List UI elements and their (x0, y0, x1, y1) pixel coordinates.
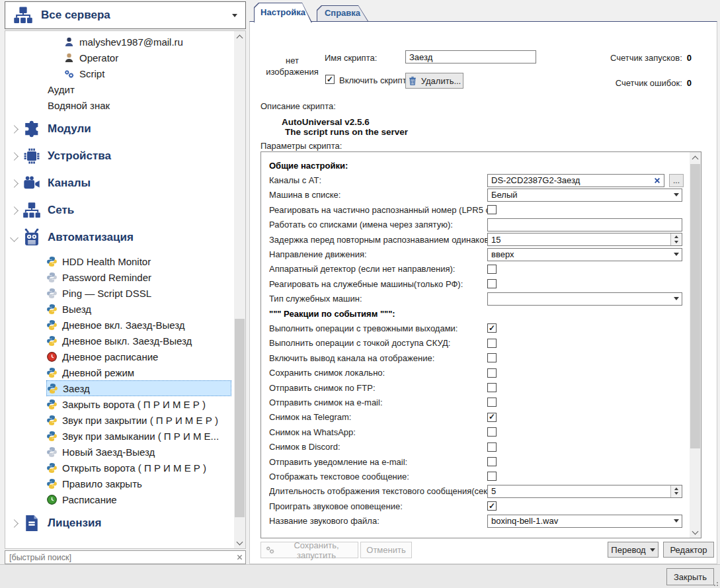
param-checkbox[interactable] (487, 398, 497, 407)
tree-item-Operator[interactable]: Operator (63, 50, 231, 65)
tree-item-Ping — Script DSSL[interactable]: Ping — Script DSSL (46, 285, 231, 301)
tree-item-Password Reminder[interactable]: Password Reminder (46, 269, 231, 285)
script-name-input[interactable] (405, 50, 536, 63)
tree-item-malyshev1987@mail.ru[interactable]: malyshev1987@mail.ru (63, 34, 231, 50)
delete-button[interactable]: Удалить... (405, 73, 463, 89)
tree-group-Автоматизация[interactable]: Автоматизация (5, 226, 234, 249)
params-scrollbar[interactable] (690, 152, 701, 538)
param-checkbox[interactable] (487, 353, 497, 362)
tree-item-Закрыть ворота ( П Р И М Е Р )[interactable]: Закрыть ворота ( П Р И М Е Р ) (46, 396, 231, 412)
chevron-right-icon[interactable] (5, 153, 22, 159)
param-checkbox[interactable] (487, 339, 497, 348)
browse-channels-button[interactable]: ... (669, 174, 684, 187)
tree-item-Script[interactable]: Script (63, 65, 231, 81)
param-checkbox[interactable]: ✓ (487, 323, 497, 333)
param-checkbox[interactable]: ✓ (487, 501, 497, 511)
clear-search-icon[interactable] (233, 554, 245, 560)
chevron-right-icon[interactable] (5, 208, 22, 214)
param-checkbox[interactable] (487, 279, 497, 288)
param-text-input[interactable] (487, 218, 682, 231)
close-button[interactable]: Закрыть (666, 568, 714, 585)
chevron-right-icon[interactable] (5, 521, 22, 526)
param-checkbox[interactable] (487, 383, 497, 392)
tree-group-Модули[interactable]: Модули (5, 118, 234, 140)
enable-script-checkbox[interactable]: ✓ (325, 75, 335, 84)
chevron-right-icon[interactable] (5, 181, 22, 187)
param-label: Тип служебных машин: (269, 294, 487, 304)
tree-group-Лицензия[interactable]: Лицензия (5, 512, 234, 534)
tree-item-Дневной режим[interactable]: Дневной режим (46, 364, 231, 380)
tab-help[interactable]: Справка (317, 5, 368, 21)
scroll-down-icon[interactable] (234, 537, 245, 548)
spin-down-icon[interactable] (674, 241, 678, 243)
tree-item-Расписание[interactable]: Расписание (46, 491, 231, 507)
param-channel-input[interactable]: DS-2CD2387G2-Заезд (487, 174, 664, 187)
tree-group-Сеть[interactable]: Сеть (5, 199, 234, 222)
tree-item-Правило закрыть[interactable]: Правило закрыть (46, 476, 231, 491)
param-select[interactable] (487, 292, 682, 306)
spin-down-icon[interactable] (674, 492, 678, 495)
param-checkbox[interactable] (487, 472, 497, 481)
tree-item-Дневное расписание[interactable]: Дневное расписание (46, 349, 231, 364)
translate-button[interactable]: Перевод (608, 542, 659, 558)
param-selected-value: boxinq-bell-1.wav (491, 516, 674, 526)
tree-item-Выезд[interactable]: Выезд (46, 301, 231, 317)
tree-group-Каналы[interactable]: Каналы (5, 172, 234, 194)
tree-item-Звук при замыкании ( П Р И М Е...[interactable]: Звук при замыкании ( П Р И М Е... (46, 428, 231, 444)
spinner-buttons[interactable] (670, 233, 681, 245)
tab-settings[interactable]: Настройка (254, 3, 312, 22)
cancel-button[interactable]: Отменить (360, 542, 412, 558)
spin-up-icon[interactable] (674, 235, 678, 238)
param-checkbox[interactable] (487, 368, 497, 378)
param-select[interactable]: boxinq-bell-1.wav (487, 515, 682, 528)
param-label: Выполнить операции с тревожными выходами… (269, 323, 487, 333)
param-select[interactable]: вверх (487, 248, 682, 261)
spinner-buttons[interactable] (670, 485, 681, 497)
tree-item-Дневное выкл. Заезд-Выезд[interactable]: Дневное выкл. Заезд-Выезд (46, 333, 231, 349)
servers-network-icon (13, 5, 33, 25)
chevron-down-icon[interactable] (5, 235, 22, 241)
params-box: Общие настройки:Каналы с АТ:DS-2CD2387G2… (260, 151, 701, 538)
param-select[interactable]: Белый (487, 189, 682, 202)
spin-up-icon[interactable] (674, 487, 678, 490)
param-row: Реагировать на служебные машины(только Р… (269, 276, 685, 291)
scroll-up-icon[interactable] (690, 152, 701, 163)
param-spinner-input[interactable]: 5 (487, 485, 682, 498)
param-checkbox[interactable] (487, 442, 497, 452)
scroll-up-icon[interactable] (234, 31, 245, 42)
cancel-label: Отменить (366, 545, 405, 555)
save-run-button[interactable]: Сохранить, запустить (260, 542, 358, 558)
param-section-header: Общие настройки: (269, 158, 685, 173)
param-checkbox[interactable] (487, 427, 497, 437)
tree-item-Водяной знак[interactable]: Водяной знак (48, 97, 231, 113)
params-scrollbar-thumb[interactable] (690, 164, 700, 448)
tree-item-Открыть ворота ( П Р И М Е Р )[interactable]: Открыть ворота ( П Р И М Е Р ) (46, 460, 231, 476)
chevron-right-icon[interactable] (5, 126, 22, 132)
tree-item-Звук при закрытии ( П Р И М Е Р )[interactable]: Звук при закрытии ( П Р И М Е Р ) (46, 412, 231, 428)
run-counter-label: Счетчик запусков: (610, 53, 682, 63)
tree-group-Устройства[interactable]: Устройства (5, 145, 234, 167)
script-gears-icon (63, 68, 75, 79)
tree-scrollbar-thumb[interactable] (235, 319, 245, 517)
app-window: { "window": { "background": "#f0f0f0", "… (0, 0, 720, 588)
tree-scrollbar[interactable] (234, 31, 245, 548)
quick-search-input[interactable] (5, 553, 233, 562)
param-checkbox[interactable]: ✓ (487, 413, 497, 422)
save-gears-icon (265, 545, 275, 555)
editor-button[interactable]: Редактор (663, 542, 714, 558)
clear-field-icon[interactable] (654, 177, 660, 184)
tree-item-Дневное вкл. Заезд-Выезд[interactable]: Дневное вкл. Заезд-Выезд (46, 317, 231, 333)
param-checkbox[interactable] (487, 265, 497, 274)
tree-item-HDD Health Monitor[interactable]: HDD Health Monitor (46, 253, 231, 269)
server-selector-caret-icon[interactable] (232, 14, 237, 17)
user-icon (63, 52, 75, 63)
param-checkbox[interactable] (487, 457, 497, 466)
python-icon (46, 304, 58, 315)
tree-item-Аудит[interactable]: Аудит (48, 81, 231, 97)
param-spinner-input[interactable]: 15 (487, 233, 682, 246)
tree-item-Новый Заезд-Выезд[interactable]: Новый Заезд-Выезд (46, 444, 231, 460)
server-selector[interactable]: Все сервера (5, 1, 246, 29)
scroll-down-icon[interactable] (690, 526, 701, 538)
param-checkbox[interactable] (487, 205, 497, 214)
tree-item-Заезд[interactable]: Заезд (46, 380, 231, 396)
